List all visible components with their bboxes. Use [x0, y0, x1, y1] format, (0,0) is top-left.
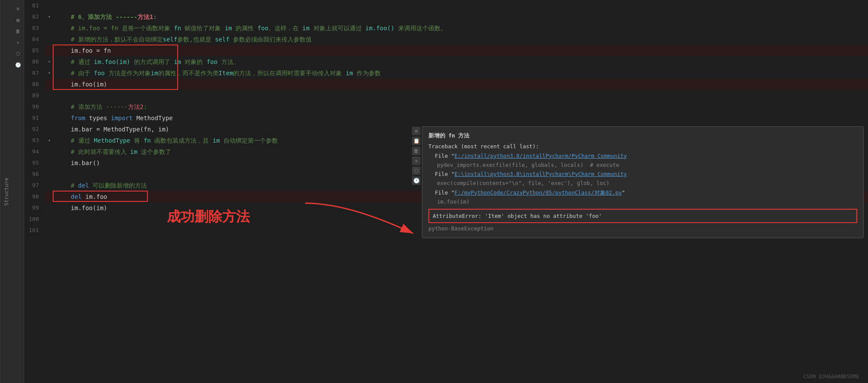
code-line: from types import MethodType	[53, 112, 868, 124]
popup-icon-5[interactable]: ⬡	[412, 166, 421, 175]
code-line	[53, 90, 868, 101]
line-number: 82	[24, 11, 46, 22]
popup-icon-2[interactable]: 📋	[412, 137, 421, 145]
watermark: CSDN @JH&&HANDSOME	[803, 373, 859, 380]
line-number: 95	[24, 157, 46, 169]
table-row: 87 ▾ # 由于 foo 方法是作为对象im的属性，而不是作为类Item的方法…	[24, 67, 868, 79]
fold-gutter	[46, 214, 53, 225]
icon-btn-3[interactable]: 🗑	[14, 27, 22, 35]
line-number: 88	[24, 79, 46, 90]
code-line: # 新增的方法，默认不会自动绑定self参数,也就是 self 参数必须由我们来…	[53, 34, 868, 45]
traceback-file-link-3[interactable]: F:/myPythonCode/CrazyPython/05/pythonCla…	[454, 189, 622, 196]
table-row: 86 ▾ # 通过 im.foo(im) 的方式调用了 im 对象的 foo 方…	[24, 56, 868, 67]
line-number: 99	[24, 202, 46, 214]
main-container: Structure ≡ ▤ 🗑 » ⬡ 🕐 81 82 ▾ # 6、添加方法 -…	[0, 0, 868, 383]
fold-gutter	[46, 79, 53, 90]
line-number: 84	[24, 34, 46, 45]
traceback-file-link-2[interactable]: E:\install\python3.8\installPycharm\PyCh…	[454, 171, 627, 177]
traceback-last-line: python-BaseException	[428, 224, 857, 233]
traceback-file-link-1[interactable]: E:/install/python3.8/installPycharm/PyCh…	[454, 153, 627, 159]
line-number: 93	[24, 135, 46, 146]
traceback-line-6: File "F:/myPythonCode/CrazyPython/05/pyt…	[428, 188, 857, 197]
line-number: 91	[24, 112, 46, 124]
icon-btn-1[interactable]: ≡	[14, 4, 22, 13]
structure-label: Structure	[3, 177, 10, 205]
line-number: 83	[24, 22, 46, 34]
traceback-line-4: File "E:\install\python3.8\installPychar…	[428, 169, 857, 179]
traceback-line-5: exec(compile(contents+"\n", file, 'exec'…	[428, 179, 857, 188]
fold-gutter	[46, 157, 53, 169]
line-number: 87	[24, 67, 46, 79]
line-number: 94	[24, 146, 46, 157]
chinese-annotation: 成功删除方法	[167, 207, 250, 227]
fold-gutter	[46, 202, 53, 214]
traceback-line-7: im.foo(im)	[428, 197, 857, 206]
table-row: 85 im.foo = fn	[24, 45, 868, 56]
table-row: 88 im.foo(im)	[24, 79, 868, 90]
icons-bar: ≡ ▤ 🗑 » ⬡ 🕐	[12, 0, 24, 383]
code-line	[53, 0, 868, 11]
fold-gutter[interactable]: ▾	[46, 11, 53, 22]
fold-gutter	[46, 34, 53, 45]
table-row: 90 # 添加方法 ------方法2:	[24, 101, 868, 112]
line-number: 92	[24, 124, 46, 135]
table-row: 83 # im.foo = fn 是将一个函数对象 fn 赋值给了对象 im 的…	[24, 22, 868, 34]
table-row: 91 from types import MethodType	[24, 112, 868, 124]
icon-btn-6[interactable]: 🕐	[14, 61, 22, 69]
line-number: 97	[24, 180, 46, 191]
traceback-error-box: AttributeError: 'Item' object has no att…	[428, 209, 857, 223]
line-number: 101	[24, 225, 46, 236]
fold-gutter	[46, 45, 53, 56]
traceback-popup: ≡ 📋 🗑 » ⬡ 🕐 新增的 fn 方法 Traceback (most re…	[422, 126, 864, 238]
line-number: 98	[24, 191, 46, 202]
line-number: 86	[24, 56, 46, 67]
fold-gutter	[46, 90, 53, 101]
fold-gutter	[46, 169, 53, 180]
fold-gutter	[46, 0, 53, 11]
table-row: 82 ▾ # 6、添加方法 ------方法1:	[24, 11, 868, 22]
table-row: 81	[24, 0, 868, 11]
code-line: # 通过 im.foo(im) 的方式调用了 im 对象的 foo 方法。	[53, 56, 868, 67]
table-row: 84 # 新增的方法，默认不会自动绑定self参数,也就是 self 参数必须由…	[24, 34, 868, 45]
code-line: im.foo(im)	[53, 79, 868, 90]
fold-gutter	[46, 22, 53, 34]
structure-panel: Structure	[0, 0, 12, 383]
line-number: 96	[24, 169, 46, 180]
traceback-line-3: pydev_imports.execfile(file, globals, lo…	[428, 160, 857, 169]
line-number: 81	[24, 0, 46, 11]
fold-gutter	[46, 112, 53, 124]
traceback-title: 新增的 fn 方法	[428, 131, 857, 140]
fold-gutter[interactable]: ▾	[46, 135, 53, 146]
table-row: 89	[24, 90, 868, 101]
fold-gutter	[46, 124, 53, 135]
popup-icon-3[interactable]: 🗑	[412, 147, 421, 155]
code-line: # im.foo = fn 是将一个函数对象 fn 赋值给了对象 im 的属性 …	[53, 22, 868, 34]
code-line: im.foo = fn	[53, 45, 868, 56]
fold-gutter[interactable]: ▾	[46, 67, 53, 79]
traceback-line-2: File "E:/install/python3.8/installPychar…	[428, 151, 857, 160]
fold-gutter	[46, 191, 53, 202]
line-number: 90	[24, 101, 46, 112]
line-number: 85	[24, 45, 46, 56]
popup-icon-1[interactable]: ≡	[412, 127, 421, 135]
icon-btn-4[interactable]: »	[14, 38, 22, 47]
popup-side-icons: ≡ 📋 🗑 » ⬡ 🕐	[412, 127, 421, 185]
code-line: # 添加方法 ------方法2:	[53, 101, 868, 112]
traceback-line-1: Traceback (most recent call last):	[428, 142, 857, 151]
fold-gutter	[46, 180, 53, 191]
code-line: # 6、添加方法 ------方法1:	[53, 11, 868, 22]
popup-icon-6[interactable]: 🕐	[412, 176, 421, 185]
fold-gutter	[46, 101, 53, 112]
line-number: 100	[24, 214, 46, 225]
code-line: # 由于 foo 方法是作为对象im的属性，而不是作为类Item的方法，所以在调…	[53, 67, 868, 79]
code-area: 81 82 ▾ # 6、添加方法 ------方法1: 83 # im.foo …	[24, 0, 868, 383]
fold-gutter[interactable]: ▾	[46, 56, 53, 67]
icon-btn-5[interactable]: ⬡	[14, 49, 22, 58]
icon-btn-2[interactable]: ▤	[14, 16, 22, 24]
popup-icon-4[interactable]: »	[412, 156, 421, 165]
line-number: 89	[24, 90, 46, 101]
fold-gutter	[46, 146, 53, 157]
fold-gutter	[46, 225, 53, 236]
traceback-error-text: AttributeError: 'Item' object has no att…	[433, 213, 602, 219]
